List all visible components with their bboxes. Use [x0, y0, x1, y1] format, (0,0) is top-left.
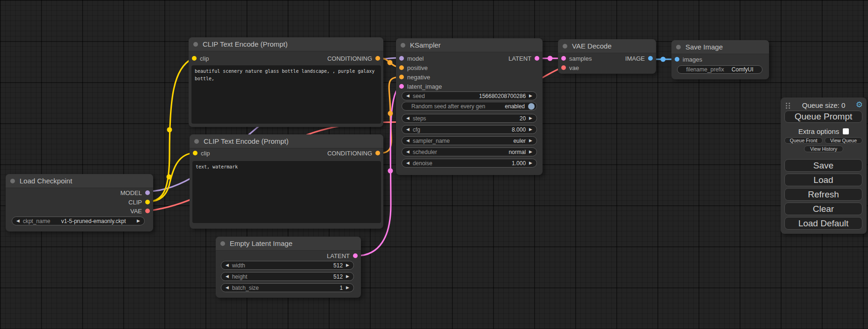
- input-port-label: clip: [201, 150, 210, 157]
- input-port-label: images: [683, 56, 702, 63]
- clear-button[interactable]: Clear: [784, 203, 862, 215]
- save-button[interactable]: Save: [784, 159, 862, 172]
- input-port-clip-icon[interactable]: [192, 56, 197, 61]
- decrement-arrow-icon[interactable]: ◀: [406, 116, 409, 120]
- queue-front-button[interactable]: Queue Front: [784, 137, 823, 144]
- refresh-button[interactable]: Refresh: [784, 188, 862, 201]
- node-title-bar[interactable]: Load Checkpoint: [6, 174, 153, 188]
- input-port-samples-icon[interactable]: [561, 56, 566, 61]
- output-port-label: IMAGE: [625, 55, 645, 62]
- node-save-image[interactable]: Save Image images filename_prefix ComfyU…: [671, 40, 769, 79]
- decrement-arrow-icon[interactable]: ◀: [406, 94, 409, 98]
- output-port-image-icon[interactable]: [648, 56, 653, 61]
- increment-arrow-icon[interactable]: ▶: [529, 127, 532, 132]
- widget-height[interactable]: ◀ height 512 ▶: [221, 272, 354, 281]
- widget-sampler-name[interactable]: ◀ sampler_name euler ▶: [402, 136, 537, 145]
- node-title: KSampler: [410, 41, 441, 49]
- widget-denoise[interactable]: ◀ denoise 1.000 ▶: [402, 159, 537, 168]
- decrement-arrow-icon[interactable]: ◀: [406, 127, 409, 132]
- input-port-images-icon[interactable]: [675, 57, 679, 62]
- input-port-label: model: [407, 55, 423, 62]
- widget-ckpt-name[interactable]: ◀ ckpt_name v1-5-pruned-emaonly.ckpt ▶: [12, 217, 145, 225]
- input-port-negative-icon[interactable]: [399, 75, 404, 79]
- increment-arrow-icon[interactable]: ▶: [529, 116, 532, 120]
- collapse-dot-icon[interactable]: [563, 44, 567, 49]
- node-title-bar[interactable]: KSampler: [396, 38, 543, 52]
- input-port-clip-icon[interactable]: [193, 151, 198, 155]
- load-default-button[interactable]: Load Default: [784, 217, 862, 230]
- widget-steps[interactable]: ◀ steps 20 ▶: [402, 114, 537, 123]
- widget-scheduler[interactable]: ◀ scheduler normal ▶: [402, 147, 537, 156]
- gear-icon[interactable]: ⚙: [856, 100, 863, 110]
- output-port-clip-icon[interactable]: [145, 200, 150, 204]
- output-port-conditioning-icon[interactable]: [375, 56, 380, 61]
- increment-arrow-icon[interactable]: ▶: [346, 274, 349, 279]
- widget-filename-prefix[interactable]: filename_prefix ComfyUI: [677, 65, 762, 74]
- view-queue-button[interactable]: View Queue: [825, 137, 862, 144]
- node-title-bar[interactable]: VAE Decode: [558, 39, 656, 53]
- input-port-model-icon[interactable]: [399, 56, 404, 61]
- queue-size-label: Queue size: 0: [781, 101, 867, 109]
- extra-options-checkbox[interactable]: [843, 128, 849, 134]
- prompt-textarea[interactable]: text, watermark: [192, 161, 381, 223]
- widget-value: euler: [513, 138, 526, 144]
- prompt-textarea[interactable]: beautiful scenery nature glass bottle la…: [191, 65, 381, 124]
- port-row: VAE: [6, 206, 153, 216]
- load-button[interactable]: Load: [784, 174, 862, 186]
- link-dot: [548, 56, 553, 61]
- decrement-arrow-icon[interactable]: ◀: [406, 161, 409, 165]
- widget-batch-size[interactable]: ◀ batch_size 1 ▶: [221, 283, 354, 292]
- node-title-bar[interactable]: Empty Latent Image: [216, 237, 361, 251]
- widget-random-seed-mode[interactable]: Random seed after every gen enabled: [402, 102, 537, 111]
- increment-arrow-icon[interactable]: ▶: [346, 286, 349, 290]
- collapse-dot-icon[interactable]: [220, 241, 225, 246]
- node-clip-text-encode-negative[interactable]: CLIP Text Encode (Prompt) clip CONDITION…: [190, 134, 383, 229]
- input-port-vae-icon[interactable]: [561, 65, 566, 70]
- increment-arrow-icon[interactable]: ▶: [137, 219, 140, 223]
- node-title-bar[interactable]: CLIP Text Encode (Prompt): [190, 134, 383, 148]
- output-port-conditioning-icon[interactable]: [375, 151, 380, 155]
- widget-width[interactable]: ◀ width 512 ▶: [221, 261, 354, 270]
- output-port-model-icon[interactable]: [145, 190, 150, 195]
- increment-arrow-icon[interactable]: ▶: [529, 161, 532, 165]
- node-ksampler[interactable]: KSampler model LATENT positive negative …: [396, 38, 543, 175]
- increment-arrow-icon[interactable]: ▶: [529, 94, 532, 98]
- input-port-label: negative: [407, 74, 430, 81]
- queue-panel[interactable]: Queue size: 0 ⚙ Queue Prompt Extra optio…: [781, 98, 867, 234]
- decrement-arrow-icon[interactable]: ◀: [16, 219, 20, 223]
- node-graph-canvas[interactable]: Load Checkpoint MODEL CLIP VAE ◀ ckpt_na…: [0, 0, 868, 329]
- collapse-dot-icon[interactable]: [194, 139, 199, 144]
- widget-value: 156680208700286: [479, 93, 526, 99]
- decrement-arrow-icon[interactable]: ◀: [226, 286, 229, 290]
- decrement-arrow-icon[interactable]: ◀: [226, 263, 229, 267]
- node-empty-latent-image[interactable]: Empty Latent Image LATENT ◀ width 512 ▶ …: [216, 237, 361, 298]
- decrement-arrow-icon[interactable]: ◀: [226, 274, 229, 279]
- input-port-positive-icon[interactable]: [399, 65, 404, 70]
- collapse-dot-icon[interactable]: [193, 42, 198, 47]
- node-clip-text-encode-positive[interactable]: CLIP Text Encode (Prompt) clip CONDITION…: [189, 37, 383, 127]
- input-port-latent-image-icon[interactable]: [399, 84, 404, 89]
- widget-seed[interactable]: ◀ seed 156680208700286 ▶: [402, 91, 537, 100]
- collapse-dot-icon[interactable]: [10, 179, 15, 183]
- port-row: latent_image: [396, 82, 543, 91]
- output-port-vae-icon[interactable]: [145, 209, 150, 213]
- collapse-dot-icon[interactable]: [676, 45, 681, 49]
- increment-arrow-icon[interactable]: ▶: [529, 139, 532, 143]
- link-clip-positive: [148, 58, 192, 202]
- node-title-bar[interactable]: Save Image: [671, 40, 769, 54]
- decrement-arrow-icon[interactable]: ◀: [406, 150, 409, 154]
- widget-cfg[interactable]: ◀ cfg 8.000 ▶: [402, 125, 537, 134]
- node-load-checkpoint[interactable]: Load Checkpoint MODEL CLIP VAE ◀ ckpt_na…: [6, 174, 153, 231]
- increment-arrow-icon[interactable]: ▶: [346, 263, 349, 267]
- output-port-latent-icon[interactable]: [535, 56, 539, 61]
- increment-arrow-icon[interactable]: ▶: [529, 150, 532, 154]
- widget-name: width: [232, 262, 245, 269]
- node-vae-decode[interactable]: VAE Decode samples IMAGE vae: [558, 39, 656, 74]
- view-history-button[interactable]: View History: [804, 146, 843, 152]
- collapse-dot-icon[interactable]: [401, 43, 405, 48]
- node-title-bar[interactable]: CLIP Text Encode (Prompt): [189, 37, 383, 51]
- queue-prompt-button[interactable]: Queue Prompt: [784, 111, 862, 123]
- output-port-latent-icon[interactable]: [353, 253, 358, 258]
- decrement-arrow-icon[interactable]: ◀: [406, 139, 409, 143]
- seed-mode-knob-icon[interactable]: [528, 103, 535, 110]
